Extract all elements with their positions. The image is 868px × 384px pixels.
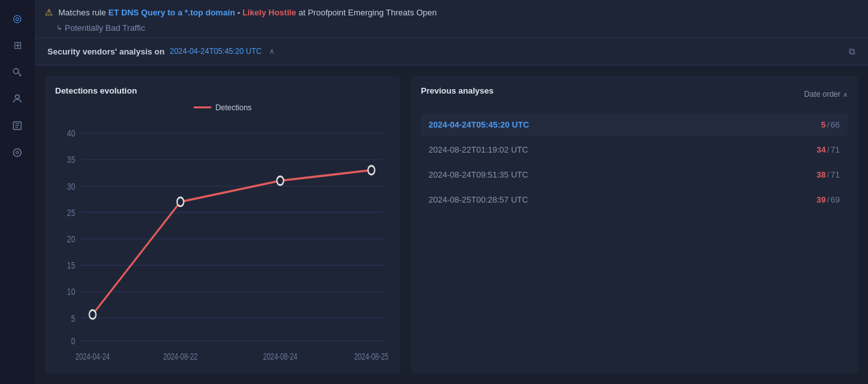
score-total-3: 71 xyxy=(831,170,840,179)
svg-point-8 xyxy=(13,149,21,156)
date-order[interactable]: Date order ∧ xyxy=(804,90,848,99)
analysis-row[interactable]: 2024-04-24T05:45:20 UTC 5 / 66 xyxy=(421,113,848,136)
svg-point-9 xyxy=(16,151,19,154)
sublabel-text: Potentially Bad Traffic xyxy=(65,23,145,33)
analysis-row[interactable]: 2024-08-24T09:51:35 UTC 38 / 71 xyxy=(421,163,848,186)
analyses-header: Previous analyses Date order ∧ xyxy=(421,86,848,103)
arrow-icon: ↳ xyxy=(56,24,62,32)
svg-text:35: 35 xyxy=(67,154,76,165)
svg-text:5: 5 xyxy=(71,313,75,324)
main-content: ⚠ Matches rule ET DNS Query to a *.top d… xyxy=(35,0,868,384)
analysis-date-4: 2024-08-25T00:28:57 UTC xyxy=(429,195,528,205)
support-icon[interactable] xyxy=(6,141,29,164)
detections-panel: Detections evolution Detections 40 35 30… xyxy=(45,76,400,374)
grid-icon[interactable]: ⊞ xyxy=(6,33,29,56)
score-num-2: 34 xyxy=(816,145,825,154)
book-icon[interactable] xyxy=(6,114,29,137)
detections-chart: 40 35 30 25 20 15 10 5 0 xyxy=(55,117,390,364)
section-date: 2024-04-24T05:45:20 UTC xyxy=(170,47,261,56)
svg-text:2024-08-24: 2024-08-24 xyxy=(263,351,298,362)
key-icon[interactable] xyxy=(6,60,29,83)
score-num-3: 38 xyxy=(816,170,825,179)
alert-section: ⚠ Matches rule ET DNS Query to a *.top d… xyxy=(35,0,868,38)
analyses-panel: Previous analyses Date order ∧ 2024-04-2… xyxy=(411,76,858,374)
analysis-row[interactable]: 2024-08-25T00:28:57 UTC 39 / 69 xyxy=(421,188,848,211)
score-total-4: 69 xyxy=(831,195,840,205)
alert-text: Matches rule ET DNS Query to a *.top dom… xyxy=(58,6,437,19)
legend-line xyxy=(193,106,211,108)
sidebar: ◎ ⊞ xyxy=(0,0,35,384)
detections-title: Detections evolution xyxy=(55,86,390,96)
svg-point-31 xyxy=(368,165,374,174)
warning-icon: ⚠ xyxy=(45,7,53,17)
score-sep-1: / xyxy=(827,120,830,129)
svg-text:10: 10 xyxy=(67,286,76,297)
svg-text:25: 25 xyxy=(67,207,76,218)
person-icon[interactable] xyxy=(6,87,29,110)
score-num-4: 39 xyxy=(816,195,825,205)
svg-text:30: 30 xyxy=(67,181,76,192)
analysis-score-3: 38 / 71 xyxy=(816,170,840,179)
score-sep-2: / xyxy=(827,145,830,154)
analyses-title: Previous analyses xyxy=(421,86,493,96)
svg-point-29 xyxy=(177,197,183,206)
section-title: Security vendors' analysis on xyxy=(47,47,165,56)
score-total-1: 66 xyxy=(831,120,840,129)
svg-point-30 xyxy=(277,176,283,185)
score-sep-4: / xyxy=(827,195,830,205)
svg-text:20: 20 xyxy=(67,233,76,244)
charts-area: Detections evolution Detections 40 35 30… xyxy=(35,65,868,385)
alert-sublabel: ↳ Potentially Bad Traffic xyxy=(45,23,858,38)
svg-text:0: 0 xyxy=(71,335,75,346)
alert-prefix: Matches rule xyxy=(58,8,108,17)
radar-icon[interactable]: ◎ xyxy=(6,6,29,29)
svg-point-28 xyxy=(89,310,95,319)
chart-legend: Detections xyxy=(55,103,390,112)
alert-rule-middle: - xyxy=(235,8,243,17)
score-total-2: 71 xyxy=(831,145,840,154)
copy-icon[interactable]: ⧉ xyxy=(849,46,855,57)
analysis-date-3: 2024-08-24T09:51:35 UTC xyxy=(429,170,528,179)
svg-text:2024-08-22: 2024-08-22 xyxy=(163,351,198,362)
chevron-icon[interactable]: ∧ xyxy=(269,47,275,56)
svg-text:2024-08-25: 2024-08-25 xyxy=(354,351,389,362)
date-order-label: Date order xyxy=(804,90,840,99)
analyses-list: 2024-04-24T05:45:20 UTC 5 / 66 2024-08-2… xyxy=(421,113,848,211)
chart-container: 40 35 30 25 20 15 10 5 0 xyxy=(55,117,390,364)
date-order-chevron: ∧ xyxy=(843,91,848,98)
svg-text:15: 15 xyxy=(67,260,76,271)
analysis-date-1: 2024-04-24T05:45:20 UTC xyxy=(429,120,529,129)
score-num-1: 5 xyxy=(821,120,826,129)
analysis-row[interactable]: 2024-08-22T01:19:02 UTC 34 / 71 xyxy=(421,138,848,161)
svg-point-3 xyxy=(15,95,19,99)
analysis-score-4: 39 / 69 xyxy=(816,195,840,205)
score-sep-3: / xyxy=(827,170,830,179)
section-header: Security vendors' analysis on 2024-04-24… xyxy=(35,38,868,65)
svg-text:2024-04-24: 2024-04-24 xyxy=(76,351,110,362)
alert-rule-blue: ET DNS Query to a *.top domain xyxy=(108,8,235,17)
svg-text:40: 40 xyxy=(67,128,76,138)
alert-suffix: at Proofpoint Emerging Threats Open xyxy=(299,8,437,17)
analysis-date-2: 2024-08-22T01:19:02 UTC xyxy=(429,145,528,154)
alert-row: ⚠ Matches rule ET DNS Query to a *.top d… xyxy=(45,0,858,23)
analysis-score-1: 5 / 66 xyxy=(821,120,840,129)
legend-label: Detections xyxy=(215,103,252,112)
alert-rule-red: Likely Hostile xyxy=(243,8,297,17)
analysis-score-2: 34 / 71 xyxy=(816,145,840,154)
